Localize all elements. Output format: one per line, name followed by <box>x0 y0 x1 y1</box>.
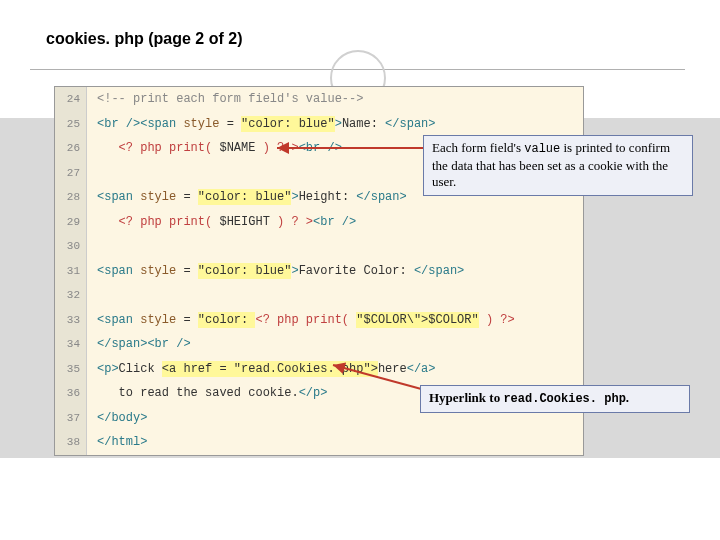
callout-text: Hyperlink to <box>429 390 503 405</box>
code-text: </html> <box>87 435 147 449</box>
callout-filename: read.Cookies. php <box>503 392 625 406</box>
code-line: 34 </span><br /> <box>55 332 583 357</box>
code-text: <span style = "color: blue">Height: </sp… <box>87 190 407 204</box>
line-number: 37 <box>55 406 87 431</box>
line-number: 31 <box>55 259 87 284</box>
line-number: 38 <box>55 430 87 455</box>
code-text: <? php print( $HEIGHT ) ? ><br /> <box>87 215 356 229</box>
code-line: 35 <p>Click <a href = "read.Cookies. php… <box>55 357 583 382</box>
line-number: 26 <box>55 136 87 161</box>
code-line: 25 <br /><span style = "color: blue">Nam… <box>55 112 583 137</box>
line-number: 28 <box>55 185 87 210</box>
callout-text: Each form field's <box>432 140 524 155</box>
code-text: </body> <box>87 411 147 425</box>
line-number: 34 <box>55 332 87 357</box>
callout-hyperlink: Hyperlink to read.Cookies. php. <box>420 385 690 413</box>
callout-value: Each form field's value is printed to co… <box>423 135 693 196</box>
callout-text: . <box>626 390 629 405</box>
line-number: 29 <box>55 210 87 235</box>
line-number: 32 <box>55 283 87 308</box>
line-number: 27 <box>55 161 87 186</box>
slide: cookies. php (page 2 of 2) 24 <!-- print… <box>0 0 720 540</box>
code-line: 29 <? php print( $HEIGHT ) ? ><br /> <box>55 210 583 235</box>
line-number: 36 <box>55 381 87 406</box>
code-line: 31 <span style = "color: blue">Favorite … <box>55 259 583 284</box>
callout-code-word: value <box>524 142 560 156</box>
code-line: 30 <box>55 234 583 259</box>
code-text: <span style = "color: blue">Favorite Col… <box>87 264 464 278</box>
code-text: <span style = "color: <? php print( "$CO… <box>87 313 515 327</box>
page-title: cookies. php (page 2 of 2) <box>46 30 242 48</box>
line-number: 30 <box>55 234 87 259</box>
code-text: <br /><span style = "color: blue">Name: … <box>87 117 436 131</box>
line-number: 25 <box>55 112 87 137</box>
line-number: 35 <box>55 357 87 382</box>
code-text: </span><br /> <box>87 337 191 351</box>
code-text: <? php print( $NAME ) ? ><br /> <box>87 141 342 155</box>
code-line: 38 </html> <box>55 430 583 455</box>
line-number: 33 <box>55 308 87 333</box>
code-line: 24 <!-- print each form field's value--> <box>55 87 583 112</box>
code-text: <!-- print each form field's value--> <box>87 92 363 106</box>
code-text: to read the saved cookie.</p> <box>87 386 327 400</box>
line-number: 24 <box>55 87 87 112</box>
code-line: 33 <span style = "color: <? php print( "… <box>55 308 583 333</box>
code-text: <p>Click <a href = "read.Cookies. php">h… <box>87 362 436 376</box>
code-line: 32 <box>55 283 583 308</box>
